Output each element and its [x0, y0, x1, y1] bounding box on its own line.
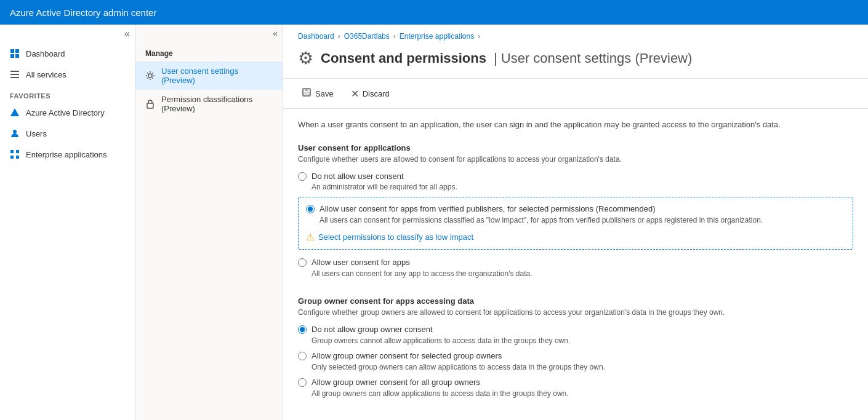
save-button[interactable]: Save [298, 85, 337, 102]
radio-no-consent-sublabel: An administrator will be required for al… [311, 182, 457, 192]
svg-rect-11 [10, 156, 14, 159]
grid-icon [10, 49, 20, 58]
svg-rect-14 [147, 103, 153, 108]
warning-icon: ⚠ [306, 231, 315, 243]
radio-all-group-label[interactable]: Allow group owner consent for all group … [311, 378, 480, 387]
svg-rect-5 [10, 74, 19, 75]
azure-ad-icon [10, 108, 20, 117]
lock-icon [145, 99, 155, 109]
radio-option-all-group: Allow group owner consent for all group … [298, 377, 853, 398]
selected-option-box: Allow user consent for apps from verifie… [298, 197, 853, 250]
list-icon [10, 69, 20, 79]
nav-item-user-consent[interactable]: User consent settings (Preview) [135, 61, 283, 90]
gear-icon [145, 71, 155, 81]
radio-no-consent-label[interactable]: Do not allow user consent [311, 172, 404, 181]
svg-rect-17 [303, 92, 310, 95]
sidebar-item-users[interactable]: Users [0, 123, 135, 144]
sidebar-label-azure-ad: Azure Active Directory [26, 108, 105, 117]
svg-rect-4 [10, 71, 19, 72]
radio-option-allow-all: Allow user consent for apps All users ca… [298, 257, 853, 279]
sidebar-label-all-services: All services [26, 70, 66, 79]
svg-rect-1 [15, 49, 19, 53]
favorites-section-label: FAVORITES [0, 85, 135, 102]
radio-verified-label[interactable]: Allow user consent for apps from verifie… [319, 204, 656, 213]
discard-label: Discard [363, 89, 390, 98]
svg-rect-16 [305, 89, 308, 91]
select-permissions-link[interactable]: ⚠ Select permissions to classify as low … [306, 231, 845, 243]
svg-rect-10 [16, 150, 19, 153]
app-title: Azure Active Directory admin center [10, 7, 156, 18]
manage-section-label: Manage [135, 42, 283, 61]
sidebar-item-all-services[interactable]: All services [0, 64, 135, 85]
apps-icon [10, 149, 20, 159]
radio-option-selected-group: Allow group owner consent for selected g… [298, 351, 853, 372]
user-icon [10, 129, 20, 138]
content-area: « Manage User consent settings (Preview) [135, 25, 868, 420]
svg-rect-12 [16, 156, 19, 159]
sidebar-collapse-btn[interactable]: « [0, 25, 135, 43]
svg-marker-7 [10, 108, 19, 116]
breadcrumb-tenant[interactable]: O365Dartlabs [344, 32, 390, 41]
page-header: ⚙ Consent and permissions | User consent… [283, 46, 868, 79]
sidebar-label-dashboard: Dashboard [26, 49, 65, 58]
radio-option-no-consent: Do not allow user consent An administrat… [298, 171, 853, 192]
svg-point-13 [148, 74, 152, 77]
middle-nav-collapse-btn[interactable]: « [135, 25, 283, 42]
nav-label-permission-classifications: Permission classifications (Preview) [161, 95, 273, 113]
breadcrumb-enterprise[interactable]: Enterprise applications [400, 32, 474, 41]
breadcrumb-sep-3: › [478, 32, 480, 41]
user-consent-section-desc: Configure whether users are allowed to c… [298, 155, 853, 164]
discard-icon: ✕ [351, 88, 359, 100]
user-consent-section-title: User consent for applications [298, 143, 853, 153]
svg-rect-0 [10, 49, 14, 53]
nav-label-user-consent: User consent settings (Preview) [161, 66, 273, 85]
group-consent-section-desc: Configure whether group owners are allow… [298, 308, 853, 317]
radio-allow-all-sublabel: All users can consent for any app to acc… [311, 269, 532, 279]
sidebar: « Dashboard All services [0, 25, 135, 420]
svg-rect-6 [10, 77, 19, 78]
save-label: Save [315, 89, 334, 98]
radio-verified-consent[interactable] [306, 205, 315, 213]
radio-all-group-sublabel: All group owners can allow applications … [311, 389, 569, 399]
nav-item-permission-classifications[interactable]: Permission classifications (Preview) [135, 90, 283, 118]
intro-text: When a user grants consent to an applica… [298, 119, 853, 131]
discard-button[interactable]: ✕ Discard [347, 85, 393, 102]
top-bar: Azure Active Directory admin center [0, 0, 868, 25]
section-divider [298, 286, 853, 287]
breadcrumb-sep-1: › [338, 32, 340, 41]
radio-no-group-sublabel: Group owners cannot allow applications t… [311, 336, 570, 346]
page-subtitle: | User consent settings (Preview) [494, 50, 692, 66]
sidebar-item-azure-ad[interactable]: Azure Active Directory [0, 102, 135, 123]
page-main: Dashboard › O365Dartlabs › Enterprise ap… [283, 25, 868, 420]
radio-verified-sublabel: All users can consent for permissions cl… [319, 215, 763, 226]
select-permissions-text: Select permissions to classify as low im… [318, 232, 473, 242]
middle-nav: « Manage User consent settings (Preview) [135, 25, 283, 420]
radio-no-group-consent[interactable] [298, 325, 307, 334]
radio-selected-group-label[interactable]: Allow group owner consent for selected g… [311, 351, 502, 360]
svg-point-8 [13, 130, 17, 133]
toolbar: Save ✕ Discard [283, 79, 868, 109]
radio-option-verified: Allow user consent for apps from verifie… [306, 204, 845, 225]
breadcrumb: Dashboard › O365Dartlabs › Enterprise ap… [283, 25, 868, 46]
radio-allow-all-label[interactable]: Allow user consent for apps [311, 258, 410, 267]
radio-no-consent[interactable] [298, 172, 307, 181]
page-content: When a user grants consent to an applica… [283, 109, 868, 413]
sidebar-label-enterprise-apps: Enterprise applications [26, 150, 107, 159]
radio-allow-all[interactable] [298, 258, 307, 267]
sidebar-item-dashboard[interactable]: Dashboard [0, 43, 135, 64]
sidebar-item-enterprise-apps[interactable]: Enterprise applications [0, 144, 135, 165]
sidebar-label-users: Users [26, 129, 47, 138]
breadcrumb-sep-2: › [393, 32, 396, 41]
page-gear-icon: ⚙ [298, 48, 313, 68]
radio-all-group[interactable] [298, 378, 307, 387]
svg-rect-3 [15, 54, 19, 58]
radio-selected-group[interactable] [298, 352, 307, 360]
page-title: Consent and permissions [321, 50, 486, 66]
group-consent-section-title: Group owner consent for apps accessing d… [298, 296, 853, 306]
radio-option-no-group-consent: Do not allow group owner consent Group o… [298, 324, 853, 346]
breadcrumb-dashboard[interactable]: Dashboard [298, 32, 334, 41]
radio-no-group-label[interactable]: Do not allow group owner consent [311, 325, 433, 334]
svg-rect-2 [10, 54, 14, 58]
save-icon [302, 87, 311, 100]
radio-selected-group-sublabel: Only selected group owners can allow app… [311, 362, 605, 373]
